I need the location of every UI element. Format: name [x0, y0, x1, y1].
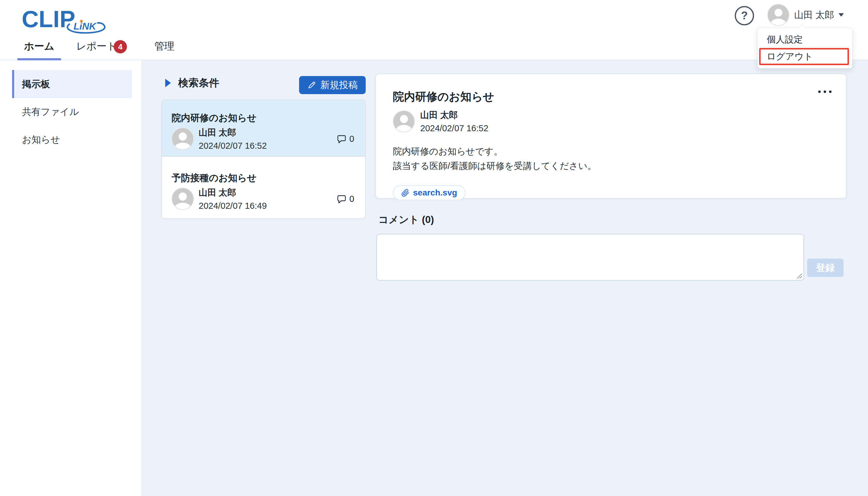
ellipsis-icon [818, 91, 821, 93]
comment-input[interactable] [376, 234, 804, 281]
comment-input-wrap [376, 234, 804, 281]
attachment-chip[interactable]: search.svg [393, 185, 466, 200]
comment-count-value: 0 [350, 134, 354, 144]
logo-text-sub: LiNK [74, 21, 97, 32]
detail-title: 院内研修のお知らせ [393, 89, 829, 104]
post-author: 山田 太郎 [199, 127, 267, 139]
search-conditions-label: 検索条件 [178, 76, 219, 90]
sidebar: 掲示板 共有ファイル お知らせ [0, 60, 141, 496]
pencil-icon [307, 80, 316, 90]
post-list-item-1[interactable]: 院内研修のお知らせ 山田 太郎 2024/02/07 16:52 0 [162, 100, 365, 157]
menu-item-logout[interactable]: ログアウト [758, 49, 852, 64]
user-avatar [767, 4, 789, 26]
app-header: CLIP LiNK ホーム レポート 4 管理 ? 山田 太郎 個人設定 ログア… [0, 0, 868, 60]
post-author: 山田 太郎 [199, 187, 267, 199]
detail-body-line: 該当する医師/看護師は研修を受講してください。 [393, 159, 829, 173]
chevron-down-icon [838, 13, 844, 17]
user-dropdown-menu: 個人設定 ログアウト [757, 28, 852, 68]
avatar [393, 110, 415, 133]
user-menu-trigger[interactable]: 山田 太郎 [767, 4, 844, 26]
active-tab-underline [17, 58, 61, 60]
app-logo[interactable]: CLIP LiNK [17, 4, 111, 36]
comment-count-value: 0 [350, 194, 354, 204]
more-options-button[interactable] [818, 91, 832, 93]
post-detail-panel: 院内研修のお知らせ 山田 太郎 2024/02/07 16:52 院内研修のお知… [375, 74, 847, 199]
tab-report[interactable]: レポート [76, 40, 117, 53]
post-comment-count: 0 [337, 134, 354, 144]
new-post-label: 新規投稿 [321, 79, 358, 91]
detail-body-line: 院内研修のお知らせです。 [393, 144, 829, 159]
tab-admin[interactable]: 管理 [154, 40, 174, 53]
comments-heading: コメント (0) [379, 213, 434, 227]
avatar [172, 188, 194, 210]
post-title: 予防接種のお知らせ [172, 172, 354, 184]
user-name: 山田 太郎 [794, 9, 834, 21]
post-list: 院内研修のお知らせ 山田 太郎 2024/02/07 16:52 0 予防接種の… [161, 99, 366, 219]
main-content: 検索条件 新規投稿 院内研修のお知らせ 山田 太郎 2024/02/07 16:… [141, 60, 868, 496]
post-datetime: 2024/02/07 16:49 [199, 201, 267, 211]
logo-i-dot [80, 20, 83, 22]
post-list-item-2[interactable]: 予防接種のお知らせ 山田 太郎 2024/02/07 16:49 0 [162, 157, 365, 218]
sidebar-item-shared-files[interactable]: 共有ファイル [0, 98, 141, 126]
new-post-button[interactable]: 新規投稿 [299, 76, 366, 94]
comment-submit-button[interactable]: 登録 [807, 259, 843, 277]
detail-author: 山田 太郎 [420, 109, 488, 121]
attachment-filename: search.svg [413, 188, 457, 198]
detail-datetime: 2024/02/07 16:52 [420, 123, 488, 133]
speech-bubble-icon [337, 194, 347, 204]
paperclip-icon [401, 189, 409, 197]
sidebar-item-board[interactable]: 掲示板 [12, 70, 132, 98]
report-count-badge: 4 [114, 40, 127, 53]
menu-item-personal-settings[interactable]: 個人設定 [758, 32, 852, 47]
resize-handle[interactable] [796, 273, 803, 279]
chevron-right-icon [165, 79, 171, 87]
post-comment-count: 0 [337, 194, 354, 204]
tab-home[interactable]: ホーム [17, 40, 61, 53]
help-icon[interactable]: ? [735, 6, 754, 25]
sidebar-item-notices[interactable]: お知らせ [0, 126, 141, 154]
speech-bubble-icon [337, 134, 347, 144]
post-datetime: 2024/02/07 16:52 [199, 141, 267, 151]
avatar [172, 128, 194, 150]
clip-link-logo-graphic: CLIP LiNK [17, 4, 111, 34]
search-conditions-toggle[interactable]: 検索条件 [165, 76, 219, 90]
post-title: 院内研修のお知らせ [172, 112, 354, 124]
